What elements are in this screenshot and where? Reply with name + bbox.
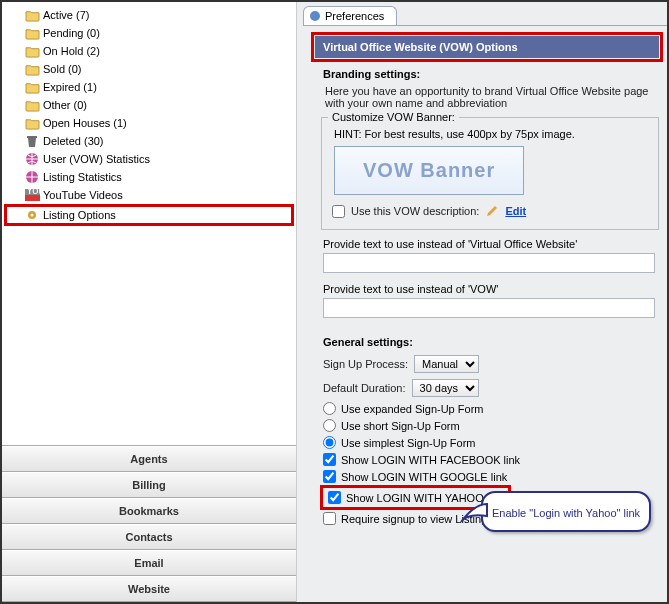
trash-icon	[24, 133, 40, 149]
section-header-highlight: Virtual Office Website (VOW) Options	[311, 32, 663, 62]
tree-label: Expired (1)	[43, 81, 97, 93]
radio-short-signup[interactable]	[323, 419, 336, 432]
tree-label: Active (7)	[43, 9, 89, 21]
nav-buttons: Agents Billing Bookmarks Contacts Email …	[2, 445, 296, 602]
check-yahoo-login[interactable]	[328, 491, 341, 504]
tab-dot-icon	[310, 11, 320, 21]
radio-short-label: Use short Sign-Up Form	[341, 420, 460, 432]
default-duration-select[interactable]: 30 days	[412, 379, 479, 397]
tree-label: Open Houses (1)	[43, 117, 127, 129]
tree-item-user-vow-stats[interactable]: User (VOW) Statistics	[4, 150, 294, 168]
callout-tail-icon	[459, 496, 489, 524]
tree-label: Other (0)	[43, 99, 87, 111]
tree-view: Active (7) Pending (0) On Hold (2) Sold …	[2, 2, 296, 445]
fieldset-legend: Customize VOW Banner:	[328, 111, 459, 123]
youtube-icon: You	[24, 187, 40, 203]
tree-item-active[interactable]: Active (7)	[4, 6, 294, 24]
provide-text-1-input[interactable]	[323, 253, 655, 273]
banner-text: VOW Banner	[363, 159, 495, 181]
radio-simplest-signup[interactable]	[323, 436, 336, 449]
folder-icon	[24, 115, 40, 131]
tree-label: Sold (0)	[43, 63, 82, 75]
tab-label: Preferences	[325, 10, 384, 22]
folder-icon	[24, 79, 40, 95]
gear-icon	[24, 207, 40, 223]
tree-item-pending[interactable]: Pending (0)	[4, 24, 294, 42]
tree-item-listing-options[interactable]: Listing Options	[4, 204, 294, 226]
tab-preferences[interactable]: Preferences	[303, 6, 397, 25]
tree-label: Listing Options	[43, 209, 116, 221]
right-panel: Preferences Virtual Office Website (VOW)…	[297, 2, 667, 602]
folder-icon	[24, 97, 40, 113]
tree-item-expired[interactable]: Expired (1)	[4, 78, 294, 96]
svg-text:You: You	[26, 189, 40, 196]
use-vow-description-label: Use this VOW description:	[351, 205, 479, 217]
check-facebook-login[interactable]	[323, 453, 336, 466]
customize-banner-fieldset: Customize VOW Banner: HINT: For best res…	[321, 117, 659, 230]
provide-text-2-input[interactable]	[323, 298, 655, 318]
pencil-icon	[485, 204, 499, 218]
check-google-label: Show LOGIN WITH GOOGLE link	[341, 471, 507, 483]
radio-expanded-label: Use expanded Sign-Up Form	[341, 403, 483, 415]
default-duration-label: Default Duration:	[323, 382, 406, 394]
nav-bookmarks[interactable]: Bookmarks	[2, 498, 296, 524]
check-google-login[interactable]	[323, 470, 336, 483]
tree-label: Listing Statistics	[43, 171, 122, 183]
check-facebook-label: Show LOGIN WITH FACEBOOK link	[341, 454, 520, 466]
tree-item-sold[interactable]: Sold (0)	[4, 60, 294, 78]
tree-item-deleted[interactable]: Deleted (30)	[4, 132, 294, 150]
svg-rect-0	[27, 136, 37, 138]
globe-icon	[24, 151, 40, 167]
tree-label: User (VOW) Statistics	[43, 153, 150, 165]
tree-item-listing-stats[interactable]: Listing Statistics	[4, 168, 294, 186]
edit-link[interactable]: Edit	[505, 205, 526, 217]
callout-text: Enable "Login with Yahoo" link	[492, 507, 640, 519]
folder-icon	[24, 43, 40, 59]
left-panel: Active (7) Pending (0) On Hold (2) Sold …	[2, 2, 297, 602]
tree-item-openhouses[interactable]: Open Houses (1)	[4, 114, 294, 132]
tree-label: YouTube Videos	[43, 189, 123, 201]
nav-contacts[interactable]: Contacts	[2, 524, 296, 550]
tree-label: Deleted (30)	[43, 135, 104, 147]
vow-banner-button[interactable]: VOW Banner	[334, 146, 524, 195]
folder-icon	[24, 61, 40, 77]
signup-process-label: Sign Up Process:	[323, 358, 408, 370]
provide-text-2-label: Provide text to use instead of 'VOW'	[323, 283, 655, 295]
tree-label: On Hold (2)	[43, 45, 100, 57]
general-title: General settings:	[319, 334, 663, 350]
signup-process-select[interactable]: Manual	[414, 355, 479, 373]
tree-item-onhold[interactable]: On Hold (2)	[4, 42, 294, 60]
radio-expanded-signup[interactable]	[323, 402, 336, 415]
section-header: Virtual Office Website (VOW) Options	[315, 36, 659, 58]
radio-simplest-label: Use simplest Sign-Up Form	[341, 437, 475, 449]
use-vow-description-checkbox[interactable]	[332, 205, 345, 218]
tree-item-youtube[interactable]: You YouTube Videos	[4, 186, 294, 204]
use-description-row: Use this VOW description: Edit	[328, 201, 652, 221]
branding-title: Branding settings:	[319, 66, 663, 82]
svg-point-7	[31, 214, 34, 217]
callout-bubble: Enable "Login with Yahoo" link	[481, 491, 651, 532]
folder-icon	[24, 7, 40, 23]
nav-billing[interactable]: Billing	[2, 472, 296, 498]
globe-icon	[24, 169, 40, 185]
folder-icon	[24, 25, 40, 41]
check-require-signup[interactable]	[323, 512, 336, 525]
nav-email[interactable]: Email	[2, 550, 296, 576]
nav-agents[interactable]: Agents	[2, 446, 296, 472]
nav-website[interactable]: Website	[2, 576, 296, 602]
provide-text-1-label: Provide text to use instead of 'Virtual …	[323, 238, 655, 250]
banner-hint: HINT: For best results, use 400px by 75p…	[334, 128, 652, 140]
tree-label: Pending (0)	[43, 27, 100, 39]
tree-item-other[interactable]: Other (0)	[4, 96, 294, 114]
